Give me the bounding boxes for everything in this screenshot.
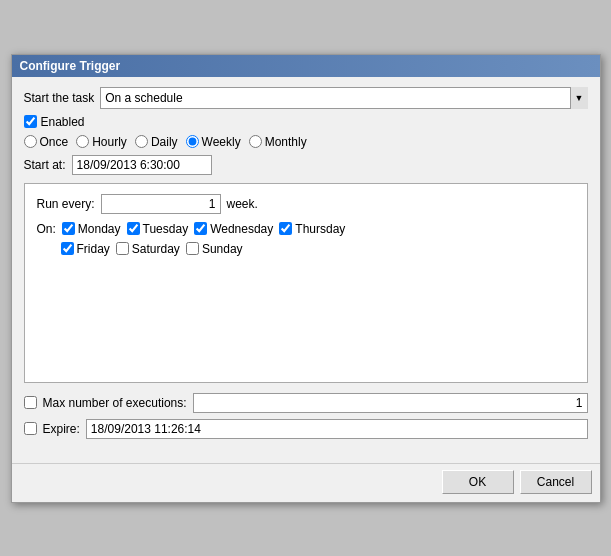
- radio-daily-input[interactable]: [135, 135, 148, 148]
- radio-weekly-label: Weekly: [202, 135, 241, 149]
- max-executions-checkbox[interactable]: [24, 396, 37, 409]
- radio-weekly-input[interactable]: [186, 135, 199, 148]
- day-thursday: Thursday: [279, 222, 345, 236]
- start-at-label: Start at:: [24, 158, 66, 172]
- cancel-button[interactable]: Cancel: [520, 470, 592, 494]
- radio-once-label: Once: [40, 135, 69, 149]
- wednesday-label: Wednesday: [210, 222, 273, 236]
- expire-input[interactable]: [86, 419, 588, 439]
- days-row-2: Friday Saturday Sunday: [61, 242, 575, 256]
- day-friday: Friday: [61, 242, 110, 256]
- thursday-label: Thursday: [295, 222, 345, 236]
- radio-once: Once: [24, 135, 69, 149]
- enabled-checkbox[interactable]: [24, 115, 37, 128]
- radio-hourly-input[interactable]: [76, 135, 89, 148]
- run-every-label: Run every:: [37, 197, 95, 211]
- start-task-row: Start the task On a schedule ▼: [24, 87, 588, 109]
- sunday-checkbox[interactable]: [186, 242, 199, 255]
- radio-daily-label: Daily: [151, 135, 178, 149]
- max-executions-label: Max number of executions:: [43, 396, 187, 410]
- expire-label: Expire:: [43, 422, 80, 436]
- radio-monthly-input[interactable]: [249, 135, 262, 148]
- thursday-checkbox[interactable]: [279, 222, 292, 235]
- expire-row: Expire:: [24, 419, 588, 439]
- max-executions-input[interactable]: [193, 393, 588, 413]
- radio-monthly-label: Monthly: [265, 135, 307, 149]
- tuesday-label: Tuesday: [143, 222, 189, 236]
- radio-daily: Daily: [135, 135, 178, 149]
- radio-weekly: Weekly: [186, 135, 241, 149]
- dialog-body: Start the task On a schedule ▼ Enabled O…: [12, 77, 600, 463]
- saturday-checkbox[interactable]: [116, 242, 129, 255]
- on-label: On:: [37, 222, 56, 236]
- max-executions-row: Max number of executions:: [24, 393, 588, 413]
- day-wednesday: Wednesday: [194, 222, 273, 236]
- radio-hourly: Hourly: [76, 135, 127, 149]
- radio-monthly: Monthly: [249, 135, 307, 149]
- button-row: OK Cancel: [12, 463, 600, 502]
- start-at-input[interactable]: [72, 155, 212, 175]
- schedule-radio-row: Once Hourly Daily Weekly Monthly: [24, 135, 588, 149]
- radio-once-input[interactable]: [24, 135, 37, 148]
- enabled-row: Enabled: [24, 115, 588, 129]
- monday-checkbox[interactable]: [62, 222, 75, 235]
- configure-trigger-dialog: Configure Trigger Start the task On a sc…: [11, 54, 601, 503]
- start-task-select-wrapper: On a schedule ▼: [100, 87, 587, 109]
- sunday-label: Sunday: [202, 242, 243, 256]
- run-every-input[interactable]: [101, 194, 221, 214]
- wednesday-checkbox[interactable]: [194, 222, 207, 235]
- inner-panel: Run every: week. On: Monday Tuesday Wedn…: [24, 183, 588, 383]
- start-at-row: Start at:: [24, 155, 588, 175]
- enabled-label: Enabled: [41, 115, 85, 129]
- tuesday-checkbox[interactable]: [127, 222, 140, 235]
- monday-label: Monday: [78, 222, 121, 236]
- dialog-title: Configure Trigger: [20, 59, 121, 73]
- run-every-row: Run every: week.: [37, 194, 575, 214]
- title-bar: Configure Trigger: [12, 55, 600, 77]
- days-row-1: On: Monday Tuesday Wednesday Thursday: [37, 222, 575, 236]
- friday-checkbox[interactable]: [61, 242, 74, 255]
- day-sunday: Sunday: [186, 242, 243, 256]
- saturday-label: Saturday: [132, 242, 180, 256]
- bottom-section: Max number of executions: Expire:: [24, 393, 588, 453]
- day-tuesday: Tuesday: [127, 222, 189, 236]
- start-task-select[interactable]: On a schedule: [100, 87, 587, 109]
- friday-label: Friday: [77, 242, 110, 256]
- day-saturday: Saturday: [116, 242, 180, 256]
- run-every-unit: week.: [227, 197, 258, 211]
- radio-hourly-label: Hourly: [92, 135, 127, 149]
- expire-checkbox[interactable]: [24, 422, 37, 435]
- start-task-label: Start the task: [24, 91, 95, 105]
- day-monday: Monday: [62, 222, 121, 236]
- ok-button[interactable]: OK: [442, 470, 514, 494]
